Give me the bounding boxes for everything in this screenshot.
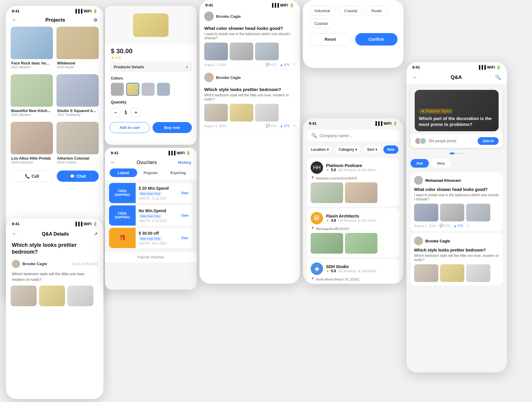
sort-filter-button[interactable]: Sort ▾ [363,145,381,154]
dot [462,153,463,154]
list-item[interactable]: Atherton Colonial 2019-Coastal [56,122,99,166]
downvote-icon[interactable]: ▽ [293,124,295,128]
share-icon[interactable]: ↗ [94,231,98,237]
price-range: $ 150-750/m [358,219,377,222]
featured-card-content: ★ Featured Topics Which part of the deco… [415,90,499,131]
qa-meta: August 4, 2020 💬 470 ▲ 576 ▽ [204,124,295,128]
product-details-tab[interactable]: Products Details › [110,62,192,72]
status-bar-5: 9:41 ▐▐▐ WiFi 🔋 [303,118,403,127]
history-link[interactable]: History [178,160,191,165]
downvote-icon[interactable]: ▽ [293,63,295,67]
style-chip-coastal[interactable]: Coastal [339,6,363,16]
color-swatch[interactable] [142,83,155,96]
call-button[interactable]: 📞 Call [11,171,53,182]
wifi-icon: WiFi [384,121,392,126]
company-image [311,182,343,203]
style-chip-industrial[interactable]: Industrial [309,6,336,16]
qa-author-row: Brooke Cagle 15-02 17-05-2021 [6,258,103,270]
qa-image [255,104,279,121]
list-item[interactable]: Face Rock beac ho... 2021-Modern [11,27,53,71]
qa-details-title: Q&A Details [42,231,69,237]
search-icon[interactable]: 🔍 [495,74,501,80]
qa-image [440,264,464,282]
signal-icon: ▐▐▐ [478,65,486,69]
qa-image [230,104,253,121]
page-title: Projects [45,17,65,23]
list-item[interactable]: HH Platinum Poolcare ★ 5.0 360 Reviews $… [307,158,399,207]
back-button[interactable]: ← [12,17,17,23]
company-address: 📍 Newtown,connecticut,06470, [311,176,396,180]
color-swatch[interactable] [157,83,170,96]
list-item[interactable]: Studio S Squared A... 2021-Traditional [56,74,99,118]
battery-icon: 🔋 [93,222,98,226]
quantity-label: Quantity [105,99,197,107]
tab-hot[interactable]: Hot [411,159,429,168]
confirm-button[interactable]: Confirm [355,33,398,46]
qa-body: I want to install one in the bathroom.wh… [204,32,295,40]
join-button[interactable]: Join in [478,137,499,145]
upvote-icon: ▲ [280,63,283,67]
new-filter-button[interactable]: New [383,145,398,154]
project-meta: 2020-Rustic [57,65,98,69]
category-filter-button[interactable]: Category ▾ [335,145,361,154]
chevron-right-icon: › [188,191,189,195]
downvote-icon[interactable]: ▽ [467,224,469,228]
upvote-icon: ▲ [453,224,457,228]
style-filter-buttons: Reset Confirm [309,33,398,46]
qa-image [11,286,37,306]
signal-icon: ▐▐▐ [271,3,279,7]
qa-image [204,104,228,121]
list-item[interactable]: What color shower head looks good? I wan… [200,21,300,70]
buy-now-button[interactable]: Buy now [153,122,192,133]
use-button[interactable]: Use › [181,228,192,248]
color-swatch[interactable] [111,83,124,96]
qa-image [414,264,438,282]
list-item[interactable]: Mohamad Khosravi What color shower head … [411,172,503,231]
review-count: 360 Reviews [338,168,356,172]
list-item[interactable]: ◈ SDH Studio ★ 5.0 360 Reviews $ 100-600… [307,259,399,284]
featured-topic-card[interactable]: ★ Featured Topics Which part of the deco… [411,87,503,148]
qa-body: I want to install one in the bathroom.wh… [414,193,499,201]
decrease-quantity-button[interactable]: − [111,108,120,117]
back-button[interactable]: ← [412,74,418,80]
list-item[interactable]: FREE SHIPPING No Min.Spend New User Only… [109,205,192,226]
qa-image [466,264,490,282]
tab-popular[interactable]: Popular [137,168,165,177]
location-filter-button[interactable]: Location ▾ [307,145,332,154]
chat-button[interactable]: 💬 Chat [57,171,99,182]
list-item[interactable]: Brooke Cagle Which style looks prettier … [411,233,503,286]
list-item[interactable]: 🎁 $ 30.00 off New User Only Valid Till :… [109,228,192,248]
comment-icon: 💬 [439,224,444,228]
reset-button[interactable]: Reset [309,33,352,46]
list-item[interactable]: Wildwood 2020-Rustic [56,27,99,71]
style-chip-rustic[interactable]: Rustic [366,6,388,16]
company-header: 🏛 Flavin Architects ★ 4.9 318 Reviews $ … [311,212,396,224]
back-button[interactable]: ← [12,231,17,237]
add-to-cart-button[interactable]: Add to cart [110,122,150,133]
tab-expiring[interactable]: Expiring [164,168,192,177]
color-swatch-selected[interactable] [126,83,139,96]
tab-latest[interactable]: Latest [110,168,137,177]
increase-quantity-button[interactable]: + [131,108,141,117]
search-input[interactable] [319,133,395,138]
list-item[interactable]: Los Altos Hills Prefab 2020-Industrial [11,122,53,166]
status-bar-7: 9:41 ▐▐▐ WiFi 🔋 [406,62,507,71]
use-button[interactable]: Use › [181,205,192,226]
voucher-amount: $ 30.00 off [139,231,178,236]
list-item[interactable]: Beautiful New Kitch... 2021-Modern [11,74,53,118]
company-rating-row: ★ 5.0 360 Reviews $ 100-600/m [326,269,376,273]
list-item[interactable]: Which style looks prettier bedroom? Whic… [200,82,300,131]
status-icons-1: ▐▐▐ WiFi 🔋 [74,9,98,13]
use-button[interactable]: Use › [181,183,192,203]
voucher-validity: Valid Till : 21.02.2022 [139,197,178,200]
tab-new[interactable]: New [431,159,451,168]
vouchers-header: ← Ovuchers History [105,156,197,168]
upvotes-count: ▲ 576 [280,124,289,128]
list-item[interactable]: 🏛 Flavin Architects ★ 4.9 318 Reviews $ … [307,208,399,257]
filter-icon[interactable]: ⚙ [93,17,98,23]
featured-avatars: 354 people joined [415,137,456,145]
list-item[interactable]: FREE SHIPPING $ 20 Min.Spend New User On… [109,183,192,203]
back-button[interactable]: ← [110,159,116,166]
style-chip-coastal2[interactable]: Coastal [309,19,333,28]
search-bar[interactable]: 🔍 [307,130,399,141]
